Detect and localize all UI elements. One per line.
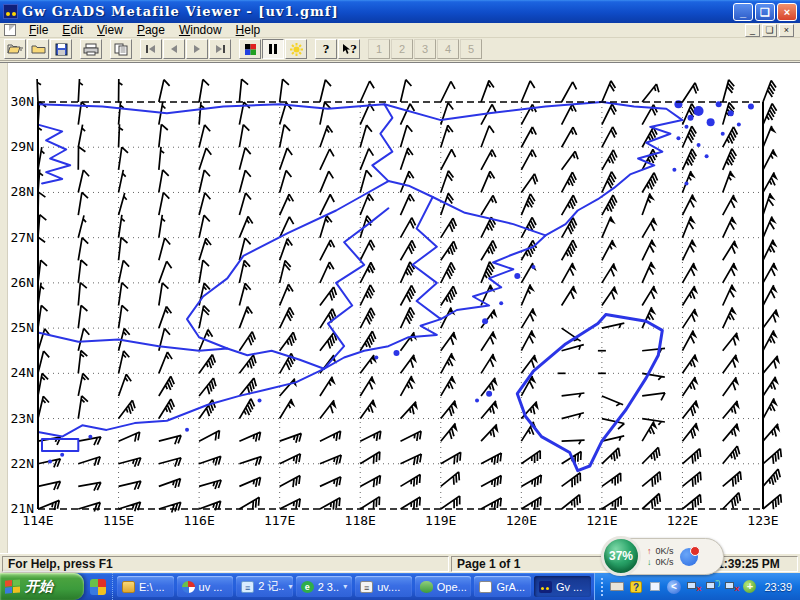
lat-label: 24N bbox=[11, 365, 34, 380]
app-icon bbox=[3, 4, 18, 19]
tray-clock: 23:39 bbox=[764, 581, 792, 593]
download-arrow-icon: ↓ bbox=[647, 557, 652, 567]
save-button[interactable] bbox=[50, 39, 72, 59]
open-icon bbox=[7, 43, 23, 55]
lon-label: 118E bbox=[345, 513, 376, 528]
mdi-close-button[interactable]: × bbox=[779, 24, 794, 37]
taskbar-button-label: E:\ ... bbox=[139, 581, 165, 593]
status-page-indicator: Page 1 of 1 bbox=[451, 556, 611, 572]
taskbar-group-arrow-icon[interactable]: ▾ bbox=[343, 582, 347, 591]
notepad-icon: ≡ bbox=[241, 581, 254, 593]
lon-label: 120E bbox=[506, 513, 537, 528]
context-help-button[interactable]: ? bbox=[338, 39, 360, 59]
taiwan-outline bbox=[517, 315, 662, 471]
lon-label: 116E bbox=[183, 513, 214, 528]
start-label: 开始 bbox=[25, 578, 53, 596]
province-border bbox=[42, 439, 78, 451]
start-button[interactable]: 开始 bbox=[0, 573, 84, 600]
help-tray-icon[interactable]: ? bbox=[628, 580, 643, 593]
mdi-restore-button[interactable]: ❏ bbox=[762, 24, 777, 37]
island bbox=[514, 273, 520, 279]
open-button[interactable] bbox=[4, 39, 26, 59]
taskbar-button-8[interactable]: Gv ... bbox=[534, 576, 591, 597]
menu-help[interactable]: Help bbox=[229, 23, 268, 38]
network-monitor-widget[interactable]: 37% ↑ 0K/s ↓ 0K/s bbox=[602, 538, 724, 575]
taskbar-button-2[interactable]: uv ... bbox=[177, 576, 234, 597]
grayscale-mode-icon bbox=[267, 43, 279, 55]
show-desktop-icon[interactable] bbox=[647, 580, 662, 593]
taskbar-button-4[interactable]: e2 3..▾ bbox=[296, 576, 353, 597]
province-border bbox=[187, 181, 388, 348]
close-button[interactable]: × bbox=[777, 3, 797, 21]
taskbar-button-label: 2 记.. bbox=[258, 579, 284, 594]
prev-page-button[interactable] bbox=[163, 39, 185, 59]
island bbox=[393, 350, 399, 356]
menu-page[interactable]: Page bbox=[130, 23, 172, 38]
window-title: Gw GrADS Metafile Viewer - [uv1.gmf] bbox=[22, 4, 733, 19]
taskbar-button-7[interactable]: GrA... bbox=[474, 576, 531, 597]
quick-launch-icon[interactable] bbox=[90, 579, 106, 595]
system-tray: ?<×”)×+23:39 bbox=[594, 573, 800, 600]
lat-label: 22N bbox=[11, 456, 34, 471]
menu-edit[interactable]: Edit bbox=[55, 23, 90, 38]
last-page-icon bbox=[214, 44, 226, 54]
province-border bbox=[413, 197, 441, 319]
wireless-network-icon[interactable]: ”) bbox=[704, 580, 719, 593]
tray-grip[interactable] bbox=[601, 578, 605, 596]
language-bar-icon[interactable]: < bbox=[666, 580, 681, 593]
minimize-button[interactable]: _ bbox=[733, 3, 753, 21]
folder-icon bbox=[122, 581, 135, 593]
lon-label: 119E bbox=[425, 513, 456, 528]
island bbox=[482, 318, 488, 324]
mdi-minimize-button[interactable]: _ bbox=[745, 24, 760, 37]
lat-label: 29N bbox=[11, 139, 34, 154]
copy-button[interactable] bbox=[110, 39, 132, 59]
print-button[interactable] bbox=[80, 39, 102, 59]
grayscale-mode-button[interactable] bbox=[262, 39, 284, 59]
menu-window[interactable]: Window bbox=[172, 23, 229, 38]
menu-view[interactable]: View bbox=[90, 23, 130, 38]
island bbox=[374, 356, 378, 360]
about-help-button[interactable]: ? bbox=[315, 39, 337, 59]
taskbar-button-label: GrA... bbox=[496, 581, 525, 593]
menu-file[interactable]: File bbox=[22, 23, 55, 38]
lon-label: 122E bbox=[667, 513, 698, 528]
goto-page-1-button: 1 bbox=[368, 39, 390, 59]
lat-label: 28N bbox=[11, 184, 34, 199]
island bbox=[676, 136, 680, 140]
print-icon bbox=[83, 43, 99, 56]
input-method-keyboard-icon[interactable] bbox=[609, 580, 624, 593]
copy-icon bbox=[114, 43, 128, 56]
taskbar-button-label: Gv ... bbox=[556, 581, 582, 593]
widget-logo-icon[interactable] bbox=[680, 548, 698, 566]
last-page-button[interactable] bbox=[209, 39, 231, 59]
restore-button[interactable]: ❏ bbox=[755, 3, 775, 21]
lat-label: 27N bbox=[11, 230, 34, 245]
security-update-icon[interactable]: + bbox=[742, 580, 757, 593]
taskbar-group-arrow-icon[interactable]: ▾ bbox=[288, 582, 292, 591]
island bbox=[748, 104, 754, 110]
next-page-button[interactable] bbox=[186, 39, 208, 59]
island bbox=[737, 123, 741, 127]
taskbar-button-1[interactable]: E:\ ... bbox=[117, 576, 174, 597]
lon-label: 117E bbox=[264, 513, 295, 528]
desktop-screen: Gw GrADS Metafile Viewer - [uv1.gmf] _ ❏… bbox=[0, 0, 800, 600]
first-page-button[interactable] bbox=[140, 39, 162, 59]
local-network-disconnected-icon[interactable]: × bbox=[723, 580, 738, 593]
document-icon[interactable] bbox=[4, 24, 16, 36]
context-help-icon: ? bbox=[341, 43, 357, 55]
quick-launch bbox=[84, 573, 113, 600]
taskbar-button-5[interactable]: ≡uv.... bbox=[355, 576, 412, 597]
province-border bbox=[372, 104, 392, 181]
taskbar-button-3[interactable]: ≡2 记..▾ bbox=[236, 576, 293, 597]
taskbar: 开始 E:\ ...uv ...≡2 记..▾e2 3..▾≡uv....Ope… bbox=[0, 573, 800, 600]
network-disconnected-icon[interactable]: × bbox=[685, 580, 700, 593]
folder-button[interactable] bbox=[27, 39, 49, 59]
white-icon bbox=[479, 581, 492, 593]
color-mode-button[interactable] bbox=[239, 39, 261, 59]
taskbar-button-6[interactable]: Ope... bbox=[415, 576, 472, 597]
island bbox=[707, 118, 715, 126]
progress-sphere[interactable]: 37% bbox=[601, 536, 641, 576]
first-page-icon bbox=[145, 44, 157, 54]
background-toggle-button[interactable] bbox=[285, 39, 307, 59]
